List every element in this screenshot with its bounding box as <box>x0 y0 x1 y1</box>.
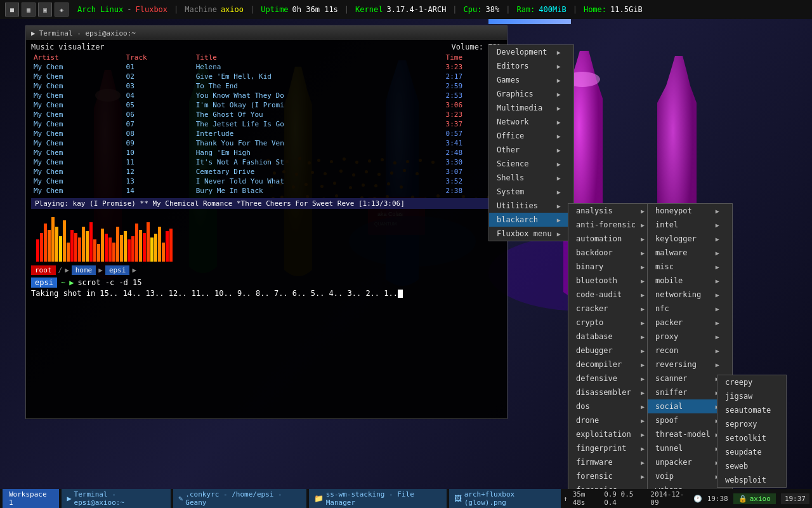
menu-l3-item[interactable]: misc▶ <box>648 260 732 274</box>
terminal-titlebar[interactable]: ▶ Terminal - epsi@axioo:~ <box>26 26 507 40</box>
machine-value: axioo <box>221 5 244 14</box>
menu-l4-item[interactable]: seupdate <box>717 445 786 459</box>
menu-l1-item[interactable]: Utilities▶ <box>489 199 573 213</box>
desktop: aka Colas QUANTUM ▶ Terminal - epsi@axio… <box>0 19 812 489</box>
menu-l3-item[interactable]: recon▶ <box>648 344 732 358</box>
menu-l2-item[interactable]: dos▶ <box>568 399 657 413</box>
menu-l2-item[interactable]: debugger▶ <box>568 344 657 358</box>
submenu-arrow: ▶ <box>716 333 719 340</box>
menu-l1-item[interactable]: Games▶ <box>489 73 573 87</box>
hostname-display: 🔒 axioo <box>733 493 776 504</box>
submenu-arrow: ▶ <box>641 277 645 284</box>
task-image[interactable]: 🖼 arch+fluxbox (glow).png <box>449 489 561 508</box>
breadcrumb: root / ▶ home ▶ epsi ▶ <box>31 265 502 275</box>
menu-item-label: creepy <box>725 378 752 387</box>
menu-l2-item[interactable]: database▶ <box>568 330 657 344</box>
menu-l1[interactable]: Development▶Editors▶Games▶Graphics▶Multi… <box>488 44 574 241</box>
menu-l1-item[interactable]: Graphics▶ <box>489 87 573 101</box>
terminal-body[interactable]: Music visualizer Volume: 72% Artist Trac… <box>26 40 507 418</box>
vis-bar <box>67 243 70 262</box>
menu-l2-item[interactable]: analysis▶ <box>568 204 657 218</box>
menu-l4-item[interactable]: jigsaw <box>717 389 786 403</box>
task-fm[interactable]: 📁 ss-wm-stacking - File Manager <box>309 489 447 508</box>
menu-l1-item[interactable]: Multimedia▶ <box>489 101 573 115</box>
vis-bar <box>143 233 146 262</box>
menu-l1-item[interactable]: Fluxbox menu▶ <box>489 227 573 241</box>
menu-l2-item[interactable]: cracker▶ <box>568 302 657 316</box>
menu-l2-item[interactable]: disassembler▶ <box>568 385 657 399</box>
menu-l4[interactable]: creepyjigsawseautomateseproxysetoolkitse… <box>717 375 787 488</box>
menu-l2-item[interactable]: decompiler▶ <box>568 358 657 371</box>
task-terminal[interactable]: ▶ Terminal - epsi@axioo:~ <box>62 489 171 508</box>
menu-l2-item[interactable]: anti-forensic▶ <box>568 218 657 232</box>
menu-item-label: Editors <box>497 62 529 70</box>
menu-l2-item[interactable]: defensive▶ <box>568 371 657 385</box>
vis-bar <box>51 217 55 262</box>
menu-l2-item[interactable]: crypto▶ <box>568 316 657 330</box>
menu-l4-item[interactable]: creepy <box>717 375 786 389</box>
menu-l3-item[interactable]: packer▶ <box>648 316 732 330</box>
menu-l1-item[interactable]: Other▶ <box>489 143 573 157</box>
menu-l3-item[interactable]: honeypot▶ <box>648 204 732 218</box>
wm-name: Fluxbox <box>135 5 167 14</box>
menu-l3-item[interactable]: mobile▶ <box>648 274 732 288</box>
task-geany[interactable]: ✎ .conkyrc - /home/epsi - Geany <box>173 489 306 508</box>
menu-l2-item[interactable]: forensic▶ <box>568 469 657 483</box>
icon-2[interactable]: ▦ <box>22 3 36 17</box>
menu-l3-item[interactable]: keylogger▶ <box>648 232 732 246</box>
menu-l1-item[interactable]: blackarch▶ <box>489 213 573 227</box>
menu-l4-item[interactable]: websploit <box>717 473 786 487</box>
menu-item-label: disassembler <box>576 388 631 397</box>
menu-l1-item[interactable]: Science▶ <box>489 157 573 171</box>
menu-l3-item[interactable]: networking▶ <box>648 288 732 302</box>
vis-bar <box>147 222 150 262</box>
menu-l2-item[interactable]: forensics▶ <box>568 483 657 489</box>
menu-l3-item[interactable]: reversing▶ <box>648 358 732 371</box>
menu-l2-item[interactable]: automation▶ <box>568 232 657 246</box>
vis-bar <box>70 230 74 262</box>
menu-l2-item[interactable]: backdoor▶ <box>568 246 657 260</box>
track-row: My Chem 04 You Know What They Do 2:53 <box>31 91 502 100</box>
menu-l4-item[interactable]: seautomate <box>717 403 786 417</box>
menu-l1-item[interactable]: Editors▶ <box>489 59 573 73</box>
machine-label: Machine <box>185 5 217 14</box>
cpu-label: Cpu: <box>464 5 482 14</box>
menu-l3-item[interactable]: nfc▶ <box>648 302 732 316</box>
menu-l2-item[interactable]: firmware▶ <box>568 455 657 469</box>
menu-l2-item[interactable]: bluetooth▶ <box>568 274 657 288</box>
menu-l2-item[interactable]: fingerprint▶ <box>568 441 657 455</box>
menu-l2-item[interactable]: code-audit▶ <box>568 288 657 302</box>
vis-bar <box>89 222 93 262</box>
menu-l1-item[interactable]: Development▶ <box>489 45 573 59</box>
track-row: My Chem 08 Interlude 0:57 <box>31 129 502 138</box>
menu-l1-item[interactable]: System▶ <box>489 185 573 199</box>
menu-l3-item[interactable]: malware▶ <box>648 246 732 260</box>
menu-l4-item[interactable]: seproxy <box>717 417 786 431</box>
menu-l1-item[interactable]: Office▶ <box>489 129 573 143</box>
menu-l3-item[interactable]: proxy▶ <box>648 330 732 344</box>
workspace-btn[interactable]: Workspace 1 <box>3 489 59 508</box>
bc-sep1: / <box>58 266 63 274</box>
icon-3[interactable]: ▣ <box>38 3 52 17</box>
menu-l2-item[interactable]: exploitation▶ <box>568 427 657 441</box>
prompt-arrow: ▶ <box>69 278 74 287</box>
submenu-arrow: ▶ <box>716 361 719 368</box>
menu-l1-item[interactable]: Shells▶ <box>489 171 573 185</box>
menu-item-label: scanner <box>655 374 688 383</box>
submenu-arrow: ▶ <box>641 389 645 396</box>
menu-l3-item[interactable]: intel▶ <box>648 218 732 232</box>
vis-bar <box>162 243 165 262</box>
menu-item-label: social <box>655 402 683 411</box>
icon-4[interactable]: ◈ <box>55 3 69 17</box>
icon-1[interactable]: ■ <box>5 3 19 17</box>
vis-bar <box>139 230 142 262</box>
menu-l4-item[interactable]: seweb <box>717 459 786 473</box>
track-row: My Chem 07 The Jetset Life Is Go 3:37 <box>31 119 502 129</box>
cmd-line[interactable]: epsi ~ ▶ scrot -c -d 15 <box>31 277 502 288</box>
menu-item-label: seupdate <box>725 448 762 457</box>
menu-l2-item[interactable]: drone▶ <box>568 413 657 427</box>
menu-l1-item[interactable]: Network▶ <box>489 115 573 129</box>
menu-l2[interactable]: analysis▶anti-forensic▶automation▶backdo… <box>568 203 658 489</box>
menu-l4-item[interactable]: setoolkit <box>717 431 786 445</box>
menu-l2-item[interactable]: binary▶ <box>568 260 657 274</box>
